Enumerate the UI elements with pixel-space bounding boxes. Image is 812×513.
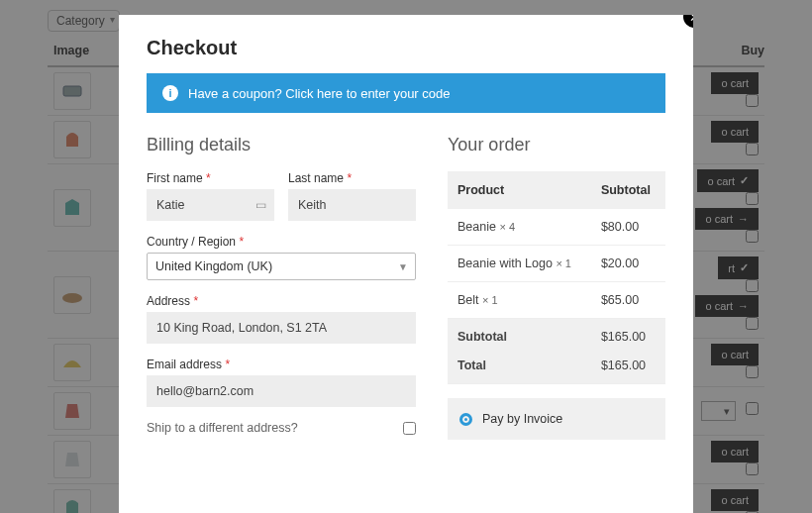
ship-different-checkbox[interactable] xyxy=(403,422,416,435)
radio-selected-icon xyxy=(459,413,472,426)
contact-card-icon: ▭ xyxy=(255,198,266,212)
total-value: $165.00 xyxy=(591,355,665,384)
order-item-row: Beanie with Logo × 1$20.00 xyxy=(448,246,665,282)
address-label: Address * xyxy=(147,294,416,308)
email-input[interactable] xyxy=(147,375,416,407)
address-input[interactable] xyxy=(147,312,416,344)
close-button[interactable]: ✕ xyxy=(683,15,693,28)
info-icon: i xyxy=(162,85,178,101)
item-name: Belt xyxy=(457,293,479,307)
item-qty: × 1 xyxy=(482,294,498,306)
last-name-label: Last name * xyxy=(288,171,416,185)
billing-section: Billing details First name * ▭ Last name… xyxy=(147,135,416,440)
payment-label: Pay by Invoice xyxy=(482,412,562,426)
subtotal-value: $165.00 xyxy=(591,319,665,356)
first-name-label: First name * xyxy=(147,171,274,185)
coupon-banner[interactable]: i Have a coupon? Click here to enter you… xyxy=(147,73,665,113)
close-icon: ✕ xyxy=(689,15,694,25)
ship-different-label: Ship to a different address? xyxy=(147,421,298,435)
item-price: $80.00 xyxy=(591,209,665,246)
checkout-title: Checkout xyxy=(147,37,665,59)
coupon-text: Have a coupon? Click here to enter your … xyxy=(188,86,451,101)
payment-method[interactable]: Pay by Invoice xyxy=(448,398,665,440)
chevron-down-icon: ▼ xyxy=(398,261,408,272)
item-qty: × 1 xyxy=(556,257,571,269)
order-head-product: Product xyxy=(448,171,591,209)
order-table: Product Subtotal Beanie × 4$80.00Beanie … xyxy=(448,171,665,384)
item-name: Beanie xyxy=(457,220,496,234)
item-price: $20.00 xyxy=(591,246,665,282)
order-section: Your order Product Subtotal Beanie × 4$8… xyxy=(448,135,665,440)
country-label: Country / Region * xyxy=(147,235,416,249)
order-item-row: Belt × 1$65.00 xyxy=(448,282,665,319)
email-label: Email address * xyxy=(147,358,416,371)
order-item-row: Beanie × 4$80.00 xyxy=(448,209,665,246)
item-qty: × 4 xyxy=(499,221,515,233)
country-select[interactable]: United Kingdom (UK) xyxy=(147,253,416,280)
item-price: $65.00 xyxy=(591,282,665,319)
item-name: Beanie with Logo xyxy=(457,256,553,270)
subtotal-label: Subtotal xyxy=(448,319,591,356)
order-head-subtotal: Subtotal xyxy=(591,171,665,209)
checkout-modal: ✕ Checkout i Have a coupon? Click here t… xyxy=(119,15,693,513)
last-name-input[interactable] xyxy=(288,189,416,221)
order-heading: Your order xyxy=(448,135,665,155)
billing-heading: Billing details xyxy=(147,135,416,155)
total-label: Total xyxy=(448,355,591,384)
